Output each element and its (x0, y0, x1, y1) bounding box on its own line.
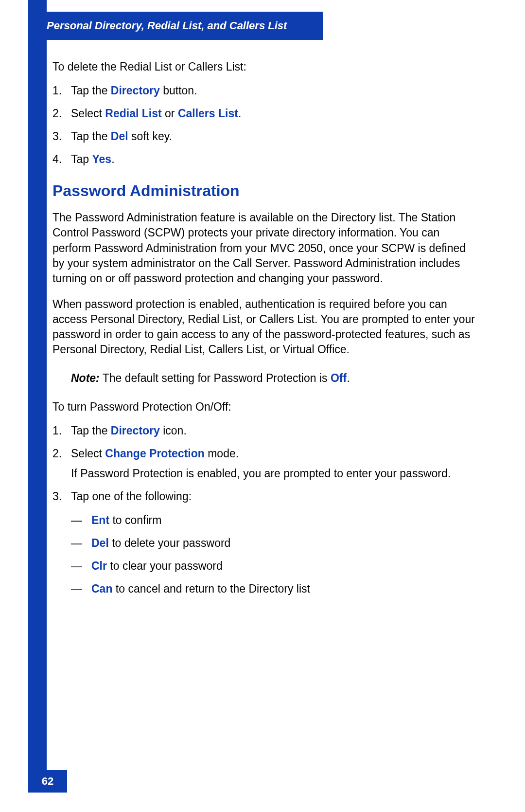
list-item: 3. Tap one of the following: — Ent to co… (52, 489, 475, 604)
ui-term: Del (111, 130, 128, 143)
ui-term: Off (331, 372, 347, 384)
sub-options-list: — Ent to confirm — Del to delete your pa… (71, 513, 475, 596)
intro-text-2: To turn Password Protection On/Off: (52, 399, 475, 415)
list-body: Tap the Del soft key. (71, 129, 475, 144)
list-body: Tap the Directory button. (71, 83, 475, 98)
page-content: To delete the Redial List or Callers Lis… (52, 59, 475, 618)
ui-term: Can (91, 582, 112, 595)
ui-term: Del (91, 537, 109, 549)
list-body: Tap the Directory icon. (71, 423, 475, 438)
note-label: Note: (71, 372, 100, 384)
list-continuation: If Password Protection is enabled, you a… (71, 466, 475, 481)
password-protection-steps: 1. Tap the Directory icon. 2. Select Cha… (52, 423, 475, 604)
intro-text-1: To delete the Redial List or Callers Lis… (52, 59, 475, 74)
list-body: Select Redial List or Callers List. (71, 106, 475, 121)
ui-term: Ent (91, 514, 109, 526)
list-item: 1. Tap the Directory button. (52, 83, 475, 98)
sub-list-item: — Can to cancel and return to the Direct… (71, 581, 475, 596)
paragraph-2: When password protection is enabled, aut… (52, 297, 475, 357)
list-number: 2. (52, 106, 71, 121)
page-header-bar: Personal Directory, Redial List, and Cal… (28, 12, 323, 40)
ui-term: Clr (91, 559, 107, 572)
list-item: 3. Tap the Del soft key. (52, 129, 475, 144)
list-item: 2. Select Redial List or Callers List. (52, 106, 475, 121)
dash-icon: — (71, 559, 91, 574)
ui-term: Yes (92, 153, 111, 165)
list-item: 2. Select Change Protection mode. If Pas… (52, 446, 475, 481)
list-item: 4. Tap Yes. (52, 152, 475, 167)
list-number: 4. (52, 152, 71, 167)
delete-list-steps: 1. Tap the Directory button. 2. Select R… (52, 83, 475, 167)
dash-icon: — (71, 513, 91, 528)
page-number-box: 62 (28, 770, 67, 793)
list-body: Tap one of the following: — Ent to confi… (71, 489, 475, 604)
dash-icon: — (71, 581, 91, 596)
sub-list-item: — Ent to confirm (71, 513, 475, 528)
page-number: 62 (42, 775, 53, 788)
list-body: Tap Yes. (71, 152, 475, 167)
ui-term: Redial List (105, 107, 161, 120)
ui-term: Change Protection (105, 447, 204, 460)
list-number: 3. (52, 489, 71, 604)
list-number: 3. (52, 129, 71, 144)
note-block: Note: The default setting for Password P… (71, 371, 475, 386)
ui-term: Directory (111, 424, 160, 437)
dash-icon: — (71, 536, 91, 551)
list-item: 1. Tap the Directory icon. (52, 423, 475, 438)
section-heading: Password Administration (52, 180, 475, 201)
list-number: 1. (52, 83, 71, 98)
paragraph-1: The Password Administration feature is a… (52, 210, 475, 286)
list-number: 2. (52, 446, 71, 481)
ui-term: Callers List (178, 107, 238, 120)
document-page: Personal Directory, Redial List, and Cal… (0, 0, 525, 812)
page-header-text: Personal Directory, Redial List, and Cal… (47, 19, 287, 32)
ui-term: Directory (111, 84, 160, 97)
sub-list-item: — Clr to clear your password (71, 559, 475, 574)
sub-list-item: — Del to delete your password (71, 536, 475, 551)
list-body: Select Change Protection mode. If Passwo… (71, 446, 475, 481)
sidebar-stripe (28, 0, 47, 771)
list-number: 1. (52, 423, 71, 438)
